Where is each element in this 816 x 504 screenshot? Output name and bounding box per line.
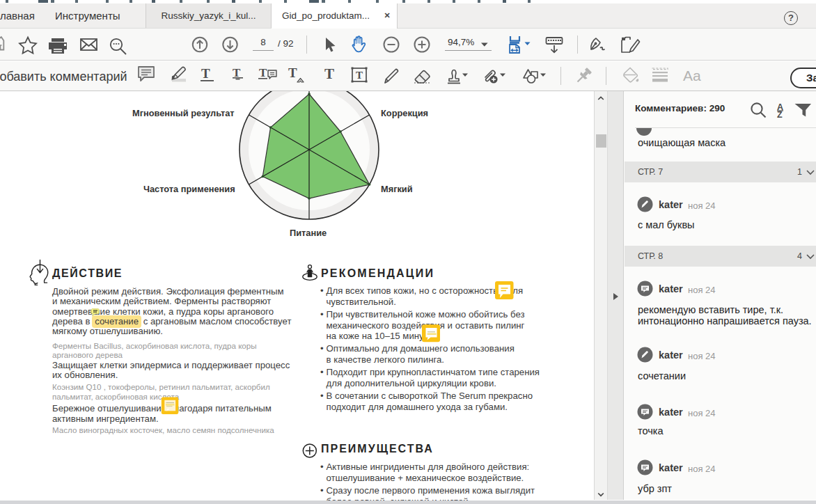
svg-text:T: T	[201, 66, 210, 81]
svg-text:T: T	[324, 65, 334, 82]
svg-text:Aa: Aa	[683, 68, 701, 84]
svg-text:T: T	[288, 65, 297, 80]
svg-text:T: T	[259, 66, 267, 79]
svg-text:T: T	[356, 70, 363, 81]
